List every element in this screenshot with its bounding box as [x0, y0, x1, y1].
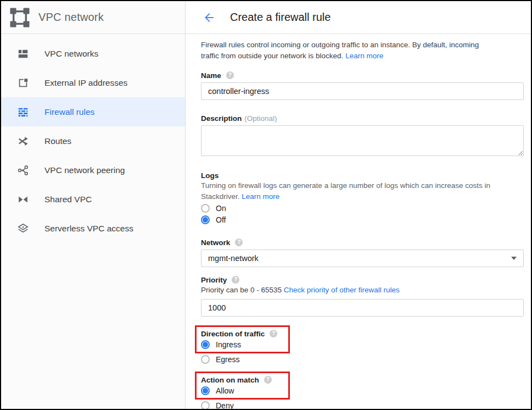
- logs-help-text: Turning on firewall logs can generate a …: [201, 180, 518, 202]
- vpc-networks-icon: [16, 47, 30, 60]
- description-optional-hint: (Optional): [244, 114, 277, 123]
- action-help-icon[interactable]: ?: [264, 376, 272, 384]
- external-ip-icon: [16, 76, 30, 90]
- direction-label: Direction of traffic: [201, 330, 265, 338]
- network-section: Network ? mgmt-network: [201, 237, 524, 267]
- action-section: Action on match ? Allow Deny: [201, 372, 524, 409]
- priority-check-link[interactable]: Check priority of other firewall rules: [284, 286, 400, 294]
- sidebar-item-routes[interactable]: Routes: [1, 126, 185, 156]
- logs-on-label: On: [216, 204, 226, 213]
- priority-hint: Priority can be 0 - 65535 Check priority…: [201, 285, 524, 296]
- sidebar-item-label: Routes: [44, 136, 71, 146]
- priority-section: Priority ? Priority can be 0 - 65535 Che…: [201, 275, 524, 317]
- app-window: VPC network VPC networks: [0, 0, 532, 410]
- description-section: Description (Optional): [201, 113, 524, 158]
- action-label: Action on match: [201, 376, 259, 384]
- action-annotation-box: Action on match ? Allow: [195, 372, 290, 400]
- sidebar-item-label: VPC networks: [44, 49, 98, 59]
- radio-icon[interactable]: [201, 204, 210, 213]
- firewall-rule-form: Firewall rules control incoming or outgo…: [186, 34, 531, 409]
- radio-icon[interactable]: [201, 355, 210, 364]
- network-label: Network: [201, 239, 230, 247]
- action-deny-radio[interactable]: Deny: [201, 400, 524, 409]
- direction-egress-radio[interactable]: Egress: [201, 353, 524, 365]
- radio-icon[interactable]: [201, 215, 210, 224]
- sidebar-item-label: VPC network peering: [44, 165, 125, 175]
- vpc-peering-icon: [16, 164, 30, 177]
- logs-section: Logs Turning on firewall logs can genera…: [201, 170, 524, 225]
- page-header: Create a firewall rule: [186, 1, 531, 34]
- sidebar-nav: VPC networks External IP addresses: [1, 34, 185, 243]
- intro-learn-more-link[interactable]: Learn more: [345, 52, 383, 60]
- direction-egress-label: Egress: [216, 355, 240, 364]
- shared-vpc-icon: [16, 193, 30, 206]
- name-help-icon[interactable]: ?: [226, 71, 234, 79]
- radio-icon[interactable]: [201, 340, 210, 349]
- firewall-rules-icon: [16, 106, 30, 119]
- routes-icon: [16, 135, 30, 148]
- name-input[interactable]: [201, 82, 524, 100]
- sidebar: VPC network VPC networks: [1, 1, 186, 409]
- page-title: Create a firewall rule: [230, 11, 331, 24]
- intro-text: Firewall rules control incoming or outgo…: [201, 40, 493, 62]
- intro-text-body: Firewall rules control incoming or outgo…: [201, 41, 479, 60]
- direction-ingress-label: Ingress: [216, 340, 241, 349]
- action-allow-radio[interactable]: Allow: [201, 385, 272, 396]
- logs-off-label: Off: [216, 215, 226, 224]
- action-deny-label: Deny: [216, 401, 234, 409]
- logs-learn-more-link[interactable]: Learn more: [242, 192, 279, 201]
- sidebar-item-label: Firewall rules: [44, 107, 94, 117]
- direction-ingress-radio[interactable]: Ingress: [201, 339, 277, 350]
- logs-label: Logs: [201, 171, 219, 180]
- sidebar-item-label: Serverless VPC access: [44, 224, 133, 234]
- sidebar-item-label: Shared VPC: [44, 195, 92, 204]
- priority-label: Priority: [201, 276, 227, 284]
- sidebar-header: VPC network: [1, 1, 185, 34]
- network-help-icon[interactable]: ?: [235, 239, 243, 246]
- chevron-down-icon: [511, 257, 517, 260]
- name-section: Name ?: [201, 70, 524, 100]
- logs-on-radio[interactable]: On: [201, 202, 524, 214]
- direction-section: Direction of traffic ? Ingress Egress: [201, 325, 524, 365]
- sidebar-item-vpc-network-peering[interactable]: VPC network peering: [1, 156, 185, 185]
- sidebar-item-external-ip-addresses[interactable]: External IP addresses: [1, 68, 185, 97]
- description-textarea[interactable]: [201, 125, 524, 156]
- sidebar-title: VPC network: [38, 11, 104, 24]
- sidebar-item-shared-vpc[interactable]: Shared VPC: [1, 185, 185, 214]
- radio-icon[interactable]: [201, 386, 210, 395]
- back-arrow-icon[interactable]: [203, 11, 216, 24]
- priority-help-icon[interactable]: ?: [232, 276, 239, 284]
- serverless-vpc-icon: [16, 222, 30, 235]
- logs-off-radio[interactable]: Off: [201, 214, 524, 225]
- name-label: Name: [201, 71, 221, 80]
- direction-annotation-box: Direction of traffic ? Ingress: [195, 325, 290, 353]
- main-panel: Create a firewall rule Firewall rules co…: [186, 1, 531, 409]
- sidebar-item-firewall-rules[interactable]: Firewall rules: [1, 97, 185, 126]
- vpc-network-logo-icon: [9, 7, 31, 29]
- network-select-value: mgmt-network: [208, 254, 259, 263]
- sidebar-item-serverless-vpc-access[interactable]: Serverless VPC access: [1, 214, 185, 243]
- network-select[interactable]: mgmt-network: [201, 250, 524, 267]
- sidebar-item-vpc-networks[interactable]: VPC networks: [1, 39, 185, 68]
- description-label: Description: [201, 114, 242, 123]
- action-allow-label: Allow: [216, 386, 234, 395]
- priority-hint-text: Priority can be 0 - 65535: [201, 286, 284, 294]
- sidebar-item-label: External IP addresses: [44, 78, 127, 88]
- priority-input[interactable]: [201, 299, 524, 317]
- radio-icon[interactable]: [201, 401, 210, 409]
- direction-help-icon[interactable]: ?: [270, 330, 277, 337]
